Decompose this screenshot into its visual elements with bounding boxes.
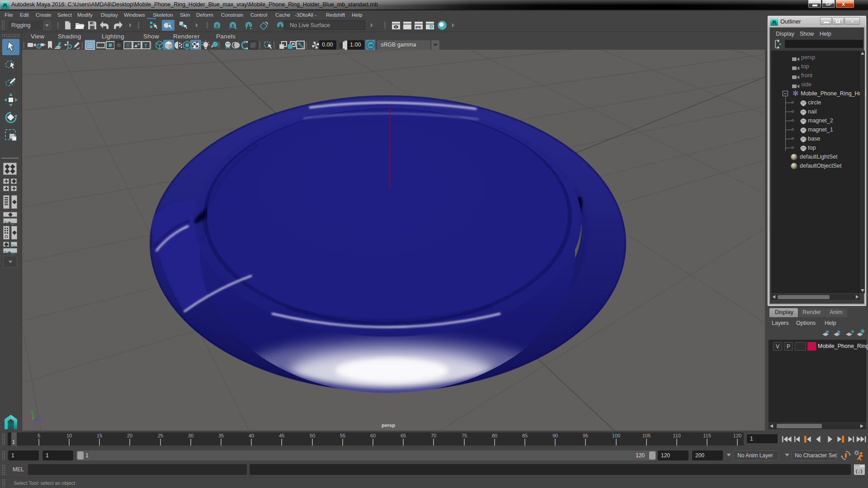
svg-text:persp: persp — [382, 422, 395, 428]
svg-text:y: y — [31, 409, 33, 414]
svg-text:T: T — [144, 43, 147, 48]
svg-text:{;}: {;} — [855, 469, 863, 474]
svg-text:x: x — [25, 413, 27, 418]
svg-text:z: z — [40, 417, 42, 421]
svg-text:IPR: IPR — [415, 25, 421, 29]
svg-text:ON: ON — [369, 44, 373, 47]
